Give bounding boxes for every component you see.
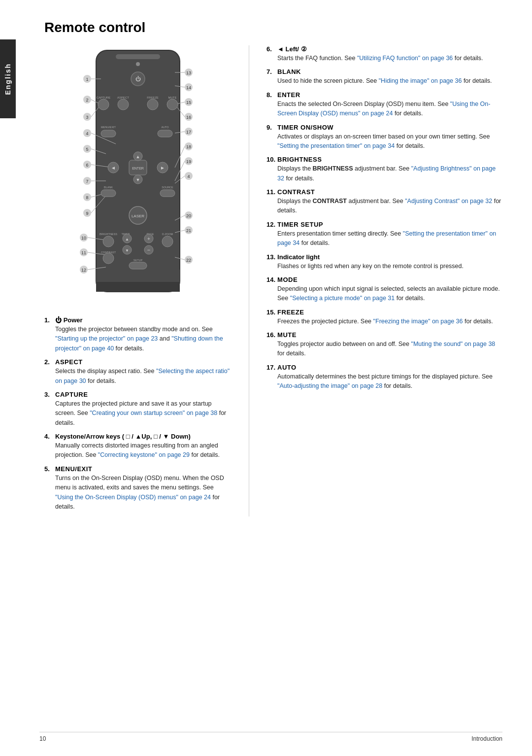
- item-4-link1[interactable]: "Correcting keystone" on page 29: [98, 451, 190, 458]
- svg-text:►: ►: [160, 165, 165, 171]
- item-16-num: 16.: [266, 331, 275, 339]
- item-9-link1[interactable]: "Setting the presentation timer" on page…: [277, 142, 395, 149]
- svg-text:FREEZE: FREEZE: [147, 96, 159, 99]
- left-column: 1 2 3 4 5 6: [44, 45, 232, 516]
- svg-text:12: 12: [81, 268, 86, 273]
- svg-text:4: 4: [187, 174, 190, 179]
- content-area: 1 2 3 4 5 6: [44, 45, 502, 516]
- item-14-body: Depending upon which input signal is sel…: [266, 284, 502, 304]
- item-6: 6. ◄ Left/ ② Starts the FAQ function. Se…: [266, 45, 502, 63]
- svg-text:9: 9: [86, 211, 88, 216]
- item-16: 16. MUTE Toggles projector audio between…: [266, 331, 502, 359]
- item-12-body: Enters presentation timer setting direct…: [266, 229, 502, 248]
- svg-point-115: [162, 236, 173, 247]
- svg-point-79: [118, 99, 129, 110]
- svg-text:⏻: ⏻: [135, 76, 141, 82]
- item-5-body: Turns on the On-Screen Display (OSD) men…: [44, 474, 232, 512]
- svg-text:6: 6: [86, 163, 88, 168]
- item-2-body: Selects the display aspect ratio. See "S…: [44, 367, 232, 386]
- item-14-link1[interactable]: "Selecting a picture mode" on page 31: [290, 295, 395, 302]
- item-5-link1[interactable]: "Using the On-Screen Display (OSD) menus…: [55, 494, 211, 501]
- svg-text:18: 18: [186, 144, 191, 149]
- item-8-link1[interactable]: "Using the On-Screen Display (OSD) menus…: [277, 101, 490, 117]
- item-7-link1[interactable]: "Hiding the image" on page 36: [379, 77, 462, 84]
- svg-text:7: 7: [86, 179, 88, 184]
- page-footer: 10 Introduction: [39, 732, 502, 742]
- svg-rect-99: [160, 190, 175, 197]
- item-4: 4. Keystone/Arrow keys ( □ / ▲Up, □ / ▼ …: [44, 433, 232, 460]
- item-2-link1[interactable]: "Selecting the aspect ratio" on page 30: [55, 368, 230, 384]
- svg-text:3: 3: [86, 115, 88, 120]
- item-11-title: CONTRAST: [277, 188, 315, 196]
- items-left: 1. ⏻ Power Toggles the projector between…: [44, 316, 232, 512]
- svg-rect-85: [158, 130, 172, 137]
- svg-rect-1: [116, 54, 160, 59]
- right-column: 6. ◄ Left/ ② Starts the FAQ function. Se…: [266, 45, 502, 516]
- svg-text:SETUP: SETUP: [133, 259, 143, 262]
- item-7: 7. BLANK Used to hide the screen picture…: [266, 68, 502, 86]
- item-9-num: 9.: [266, 124, 275, 131]
- svg-text:BRIGHTNESS: BRIGHTNESS: [100, 233, 117, 236]
- item-16-title: MUTE: [277, 331, 297, 339]
- item-11-link1[interactable]: "Adjusting Contrast" on page 32: [405, 198, 492, 205]
- svg-text:MUTE: MUTE: [168, 96, 177, 99]
- item-15-title: FREEZE: [277, 309, 304, 316]
- svg-rect-83: [101, 130, 116, 137]
- page: English Remote control 1: [0, 0, 532, 756]
- svg-point-80: [147, 99, 158, 110]
- item-3-link1[interactable]: "Creating your own startup screen" on pa…: [90, 410, 217, 416]
- remote-diagram: 1 2 3 4 5 6: [44, 45, 232, 311]
- item-13-body: Flashes or lights red when any key on th…: [266, 262, 502, 271]
- remote-svg: 1 2 3 4 5 6: [57, 45, 219, 311]
- item-4-title: Keystone/Arrow keys ( □ / ▲Up, □ / ▼ Dow…: [55, 433, 191, 440]
- svg-text:AUTO: AUTO: [161, 126, 169, 129]
- svg-text:14: 14: [186, 85, 191, 90]
- item-16-body: Toggles projector audio between on and o…: [266, 340, 502, 359]
- svg-text:2: 2: [86, 98, 88, 103]
- svg-text:15: 15: [186, 100, 191, 105]
- item-11-num: 11.: [266, 188, 275, 196]
- item-1-body: Toggles the projector between standby mo…: [44, 325, 232, 353]
- item-17-link1[interactable]: "Auto-adjusting the image" on page 28: [277, 382, 382, 389]
- item-10-link1[interactable]: "Adjusting Brightness" on page 32: [277, 165, 496, 181]
- svg-rect-121: [96, 282, 180, 292]
- svg-text:1: 1: [86, 77, 88, 82]
- item-2-num: 2.: [44, 358, 53, 366]
- item-1-link1[interactable]: "Starting up the projector" on page 23: [55, 335, 158, 342]
- item-14-title: MODE: [277, 276, 298, 283]
- page-title: Remote control: [44, 20, 502, 35]
- item-10-body: Displays the BRIGHTNESS adjustment bar. …: [266, 164, 502, 183]
- item-4-body: Manually corrects distorted images resul…: [44, 441, 232, 460]
- side-tab: English: [0, 39, 16, 118]
- item-10-num: 10.: [266, 156, 275, 163]
- item-17: 17. AUTO Automatically determines the be…: [266, 364, 502, 391]
- item-15-link1[interactable]: "Freezing the image" on page 36: [373, 318, 463, 325]
- side-tab-label: English: [4, 63, 12, 95]
- svg-text:▲: ▲: [125, 237, 129, 241]
- item-6-title: ◄ Left/ ②: [277, 45, 307, 53]
- svg-text:ENTER: ENTER: [132, 167, 144, 170]
- item-13-num: 13.: [266, 253, 275, 261]
- item-3: 3. CAPTURE Captures the projected pictur…: [44, 391, 232, 428]
- item-6-link1[interactable]: "Utilizing FAQ function" on page 36: [357, 55, 453, 62]
- svg-text:8: 8: [86, 195, 88, 200]
- item-5: 5. MENU/EXIT Turns on the On-Screen Disp…: [44, 465, 232, 512]
- svg-point-2: [136, 62, 140, 66]
- item-3-body: Captures the projected picture and save …: [44, 399, 232, 428]
- svg-text:13: 13: [186, 70, 191, 75]
- item-3-title: CAPTURE: [55, 391, 88, 398]
- svg-text:LASER: LASER: [132, 214, 144, 218]
- item-16-link1[interactable]: "Muting the sound" on page 38: [411, 341, 496, 347]
- item-5-num: 5.: [44, 465, 53, 473]
- item-7-body: Used to hide the screen picture. See "Hi…: [266, 76, 502, 86]
- svg-text:5: 5: [86, 147, 88, 152]
- svg-text:+: +: [147, 236, 150, 241]
- item-7-title: BLANK: [277, 68, 301, 75]
- item-12-link1[interactable]: "Setting the presentation timer" on page…: [277, 230, 496, 246]
- svg-point-118: [103, 253, 114, 264]
- item-11: 11. CONTRAST Displays the CONTRAST adjus…: [266, 188, 502, 216]
- item-1: 1. ⏻ Power Toggles the projector between…: [44, 316, 232, 353]
- svg-text:BLANK: BLANK: [104, 186, 113, 189]
- vertical-divider: [249, 45, 249, 516]
- item-8: 8. ENTER Enacts the selected On-Screen D…: [266, 91, 502, 119]
